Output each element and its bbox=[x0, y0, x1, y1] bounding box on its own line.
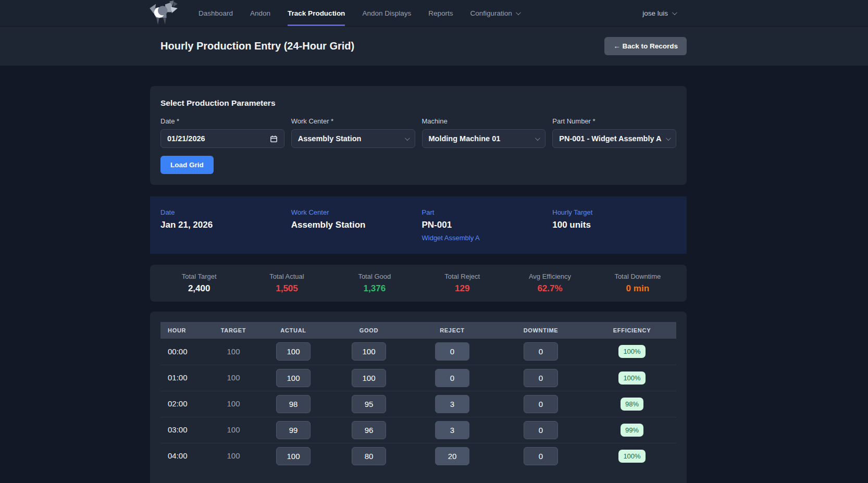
chevron-down-icon bbox=[672, 10, 677, 15]
actual-input[interactable] bbox=[276, 447, 311, 465]
part-number-value: PN-001 - Widget Assembly A bbox=[559, 134, 661, 143]
actual-input[interactable] bbox=[276, 421, 311, 439]
chevron-down-icon bbox=[535, 135, 540, 141]
avg-efficiency: Avg Efficiency 62.7% bbox=[506, 273, 593, 294]
column-header-hour: HOUR bbox=[160, 322, 207, 339]
user-menu[interactable]: jose luis bbox=[642, 0, 676, 26]
efficiency-badge: 100% bbox=[618, 345, 645, 358]
table-row: 02:00 100 98% bbox=[160, 391, 676, 417]
total-label: Total Actual bbox=[243, 273, 330, 280]
nav-item-track-production[interactable]: Track Production bbox=[288, 0, 345, 26]
column-header-reject: REJECT bbox=[411, 322, 494, 339]
nav-item-dashboard[interactable]: Dashboard bbox=[199, 0, 233, 26]
efficiency-badge: 98% bbox=[621, 398, 643, 411]
actual-input[interactable] bbox=[276, 342, 311, 361]
summary-label: Part bbox=[422, 208, 546, 216]
top-navigation: Dashboard Andon Track Production Andon D… bbox=[0, 0, 868, 27]
work-center-select[interactable]: Assembly Station bbox=[291, 129, 415, 148]
nav-item-reports[interactable]: Reports bbox=[428, 0, 453, 26]
selection-summary-card: Date Jan 21, 2026 Work Center Assembly S… bbox=[150, 196, 687, 254]
downtime-input[interactable] bbox=[524, 421, 558, 439]
target-value: 100 bbox=[227, 451, 240, 460]
calendar-icon[interactable] bbox=[270, 135, 278, 143]
summary-label: Date bbox=[160, 208, 284, 216]
date-field-group: Date * 01/21/2026 bbox=[160, 117, 284, 148]
actual-input[interactable] bbox=[276, 395, 311, 413]
totals-card: Total Target 2,400 Total Actual 1,505 To… bbox=[150, 265, 687, 302]
machine-select[interactable]: Molding Machine 01 bbox=[422, 129, 546, 148]
efficiency-badge: 99% bbox=[621, 424, 643, 437]
machine-field-group: Machine Molding Machine 01 bbox=[422, 117, 546, 148]
good-input[interactable] bbox=[352, 447, 386, 465]
summary-date: Date Jan 21, 2026 bbox=[160, 208, 284, 242]
work-center-label: Work Center * bbox=[291, 117, 415, 125]
summary-part: Part PN-001 Widget Assembly A bbox=[422, 208, 546, 242]
load-grid-button[interactable]: Load Grid bbox=[160, 156, 214, 174]
hour-label: 01:00 bbox=[168, 373, 188, 382]
form-fields: Date * 01/21/2026 Work Center * Assembly… bbox=[160, 117, 676, 148]
hour-label: 03:00 bbox=[168, 425, 188, 434]
user-name: jose luis bbox=[642, 9, 668, 17]
downtime-input[interactable] bbox=[524, 369, 558, 387]
back-to-records-button[interactable]: ← Back to Records bbox=[604, 37, 687, 55]
good-input[interactable] bbox=[352, 395, 386, 413]
total-value: 1,505 bbox=[243, 283, 330, 294]
total-label: Avg Efficiency bbox=[506, 273, 593, 280]
production-parameters-card: Select Production Parameters Date * 01/2… bbox=[150, 86, 687, 185]
summary-hourly-target: Hourly Target 100 units bbox=[552, 208, 676, 242]
downtime-input[interactable] bbox=[524, 447, 558, 465]
summary-value: 100 units bbox=[552, 220, 676, 230]
nav-item-label: Configuration bbox=[470, 9, 512, 17]
date-label: Date * bbox=[160, 117, 284, 125]
column-header-efficiency: EFFICIENCY bbox=[588, 322, 676, 339]
part-number-select[interactable]: PN-001 - Widget Assembly A bbox=[552, 129, 676, 148]
actual-input[interactable] bbox=[276, 369, 311, 387]
downtime-input[interactable] bbox=[524, 395, 558, 413]
efficiency-badge: 100% bbox=[618, 371, 645, 385]
page-header: Hourly Production Entry (24-Hour Grid) ←… bbox=[0, 27, 868, 66]
total-reject: Total Reject 129 bbox=[418, 273, 506, 294]
production-table-body: 00:00 100 100% 01:00 100 100% 02:00 100 … bbox=[160, 339, 676, 469]
chevron-down-icon bbox=[666, 135, 671, 141]
nav-item-andon[interactable]: Andon bbox=[250, 0, 270, 26]
hour-label: 04:00 bbox=[168, 451, 188, 460]
table-row: 01:00 100 100% bbox=[160, 365, 676, 391]
target-value: 100 bbox=[227, 399, 240, 408]
app-logo[interactable] bbox=[148, 0, 180, 26]
total-good: Total Good 1,376 bbox=[331, 273, 418, 294]
machine-label: Machine bbox=[422, 117, 546, 125]
nav-item-label: Track Production bbox=[288, 9, 345, 17]
machine-value: Molding Machine 01 bbox=[429, 134, 501, 143]
good-input[interactable] bbox=[352, 421, 386, 439]
total-value: 1,376 bbox=[331, 283, 418, 294]
good-input[interactable] bbox=[352, 342, 386, 361]
total-value: 129 bbox=[418, 283, 506, 294]
reject-input[interactable] bbox=[435, 342, 469, 361]
work-center-field-group: Work Center * Assembly Station bbox=[291, 117, 415, 148]
nav-item-label: Dashboard bbox=[199, 9, 233, 17]
total-label: Total Good bbox=[331, 273, 418, 280]
reject-input[interactable] bbox=[435, 369, 469, 387]
table-row: 04:00 100 100% bbox=[160, 443, 676, 469]
column-header-actual: ACTUAL bbox=[259, 322, 327, 339]
summary-value: Assembly Station bbox=[291, 220, 415, 230]
nav-item-label: Reports bbox=[428, 9, 453, 17]
downtime-input[interactable] bbox=[524, 342, 558, 361]
total-label: Total Downtime bbox=[594, 273, 681, 280]
nav-links: Dashboard Andon Track Production Andon D… bbox=[199, 0, 519, 26]
form-title: Select Production Parameters bbox=[160, 98, 676, 108]
reject-input[interactable] bbox=[435, 447, 469, 465]
reject-input[interactable] bbox=[435, 421, 469, 439]
target-value: 100 bbox=[227, 347, 240, 356]
nav-item-configuration[interactable]: Configuration bbox=[470, 0, 519, 26]
chevron-down-icon bbox=[404, 135, 410, 141]
reject-input[interactable] bbox=[435, 395, 469, 413]
date-input[interactable]: 01/21/2026 bbox=[160, 129, 284, 148]
summary-label: Hourly Target bbox=[552, 208, 676, 216]
total-actual: Total Actual 1,505 bbox=[243, 273, 330, 294]
table-row: 00:00 100 100% bbox=[160, 339, 676, 365]
total-value: 2,400 bbox=[155, 283, 243, 294]
good-input[interactable] bbox=[352, 369, 386, 387]
efficiency-badge: 100% bbox=[618, 450, 645, 463]
nav-item-andon-displays[interactable]: Andon Displays bbox=[362, 0, 411, 26]
